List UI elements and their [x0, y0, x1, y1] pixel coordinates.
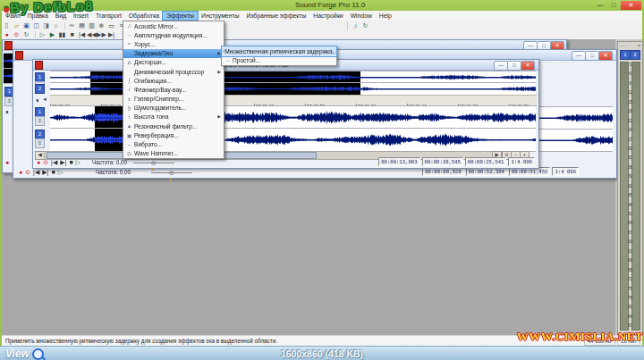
panel-close-icon[interactable]: ×	[638, 43, 640, 48]
close-button[interactable]: ✕	[621, 1, 641, 10]
effect-pitch[interactable]: ↕ Высота тона ▶	[123, 113, 224, 121]
data-window-front[interactable]: Maro with the Haken Hall — □ ✕ 1 ≡ 2 ∎ ◄…	[32, 59, 539, 169]
arm-record[interactable]: ⊙	[12, 30, 21, 39]
effect-acoustic-mirror[interactable]: ♫ Acoustic Mirror...	[123, 21, 224, 30]
window-minimize-button[interactable]: —	[572, 51, 586, 61]
sep-2[interactable]	[31, 31, 36, 38]
forward[interactable]: ▶▶	[97, 30, 106, 39]
effect-multi-tap-delay[interactable]: ▫ Множественная ритмическая задержка...	[222, 46, 336, 56]
menu-window[interactable]: Window	[347, 12, 376, 20]
effect-simple-delay[interactable]: ▫ Простой...	[222, 56, 336, 66]
window-maximize-button[interactable]: □	[585, 51, 599, 61]
menu-options[interactable]: Настройки	[309, 12, 346, 20]
meter-channel-right[interactable]: 2	[630, 50, 640, 60]
speaker-icon[interactable]: ◄	[42, 96, 47, 102]
stop[interactable]: ■	[52, 168, 55, 176]
record[interactable]: ●	[19, 168, 22, 176]
meter-scale-label: 54	[627, 222, 633, 226]
rate-slider[interactable]: ⊙ ▲	[133, 163, 174, 163]
meter-scale-label: 15	[627, 101, 633, 105]
effect-chorus[interactable]: ≈ Хорус...	[123, 39, 224, 48]
effect-amplitude-modulation[interactable]: ↔ Амплитудная модуляция...	[123, 30, 224, 39]
record[interactable]: ●	[2, 30, 12, 39]
meter-scale-label: 66	[627, 259, 633, 264]
menu-effects[interactable]: Эффекты	[163, 12, 198, 20]
open[interactable]: ▱	[12, 21, 21, 30]
cut[interactable]: ✂	[67, 21, 77, 30]
effect-envelope[interactable]: ∫ Огибающая...	[123, 76, 224, 85]
go-to-start[interactable]: |◀	[33, 168, 39, 176]
menu-transport[interactable]: Transport	[92, 12, 125, 20]
effect-flange-wah[interactable]: √ Фланжер/Вау-вау...	[123, 85, 224, 94]
effect-gapper-snipper[interactable]: ± Гэппер/Сниппер...	[123, 95, 224, 104]
go-to-end[interactable]: ▶|	[60, 158, 66, 166]
repeat[interactable]: ↻	[360, 21, 370, 30]
slider-knob[interactable]: ⊙	[169, 170, 174, 176]
effect-distortion[interactable]: ∆ Дисторшн...	[123, 58, 224, 67]
go-to-end[interactable]: ▶|	[106, 30, 116, 39]
stop[interactable]: ■	[70, 158, 73, 166]
window-maximize-button[interactable]: □	[507, 61, 521, 71]
save[interactable]: ▣	[21, 21, 31, 30]
minimize-button[interactable]: —	[594, 1, 606, 10]
channel-chip-right[interactable]: 2	[35, 84, 45, 94]
lock-icon[interactable]: ∎	[36, 96, 39, 103]
slider-knob[interactable]: ⊙	[151, 160, 157, 166]
rate-slider[interactable]: ⊙ ▲	[151, 172, 192, 173]
effect-delay-echo[interactable]: Задержка/Эхо ▶	[123, 49, 224, 58]
effect-reverb[interactable]: ▣ Реверберация...	[123, 130, 224, 139]
effect-wave-hammer[interactable]: Ω Wave Hammer...	[123, 149, 224, 158]
pause[interactable]: ▮▮	[57, 30, 67, 39]
slider-marker: ▲	[168, 176, 173, 181]
record[interactable]: ●	[37, 158, 40, 166]
grip-icon[interactable]: ⋯⋯	[620, 43, 629, 48]
menu-item-icon: ▫	[223, 58, 233, 63]
maximize-button[interactable]: □	[607, 1, 620, 10]
menu-help[interactable]: Help	[376, 12, 395, 20]
play-special[interactable]: ▷	[76, 158, 80, 166]
menu-favorite-effects[interactable]: Избранные эффекты	[242, 12, 309, 20]
stop[interactable]: ■	[67, 30, 77, 39]
play-meters-panel[interactable]: ⋯⋯× 1 2 36912151821242730333639424548515…	[617, 41, 643, 335]
effect-dynamics[interactable]: Динамический процессор ▶	[123, 67, 224, 76]
go-to-end[interactable]: ▶|	[42, 168, 48, 176]
play[interactable]: ▶	[47, 30, 57, 39]
channel-options-chip[interactable]: ≡	[35, 116, 45, 126]
meter-scale: 3691215182124273033363942454851545760636…	[627, 63, 633, 329]
selection-start-box: 00:00:13,003	[378, 157, 419, 166]
sep-1[interactable]	[61, 22, 65, 29]
window-close-button[interactable]: ✕	[598, 51, 613, 61]
arm-record[interactable]: ⊙	[43, 158, 48, 166]
effect-vibrato[interactable]: ~ Вибрато...	[123, 139, 224, 148]
effect-noise-gate[interactable]: § Шумоподавитель...	[123, 104, 224, 113]
menu-item-icon: ▣	[124, 132, 134, 138]
new-file[interactable]: ▯	[2, 21, 12, 30]
go-to-start[interactable]: |◀	[77, 30, 87, 39]
mix[interactable]: ⊕	[97, 21, 106, 30]
arm-record[interactable]: ⊙	[25, 168, 30, 176]
zoom-ratio-box: 1:4 096	[508, 157, 535, 166]
app-titlebar[interactable]: Sound Forge Pro 11.0 — □ ✕	[0, 0, 644, 11]
watermark: WWW.CIMISLIA.NET	[517, 330, 643, 344]
window-minimize-button[interactable]: —	[494, 61, 508, 71]
go-to-start[interactable]: |◀	[51, 158, 57, 166]
channel-options-chip[interactable]: ≡	[35, 138, 45, 148]
meter-scale-label: 27	[627, 138, 633, 143]
menu-process[interactable]: Обработка	[125, 12, 163, 20]
copy[interactable]: ▤	[77, 21, 87, 30]
record-icon[interactable]: ●	[5, 158, 9, 166]
rewind[interactable]: ◀◀	[87, 30, 97, 39]
window-close-button[interactable]: ✕	[521, 61, 535, 71]
save-all[interactable]: ◫	[31, 21, 41, 30]
paste[interactable]: ▥	[87, 21, 97, 30]
menu-tools[interactable]: Инструменты	[198, 12, 242, 20]
loop-playback[interactable]: ↻	[21, 30, 31, 39]
play-all[interactable]: ▷	[38, 30, 47, 39]
trim[interactable]: ▭	[106, 21, 116, 30]
effect-resonant-filter[interactable]: ▲ Резонансный фильтр...	[123, 121, 224, 130]
preferences[interactable]: ☼	[51, 21, 61, 30]
toolbar-right-group: ♪↻	[347, 21, 370, 30]
plugin-chainer[interactable]: ♪	[351, 21, 360, 30]
render-as[interactable]: ◨	[41, 21, 51, 30]
play-special[interactable]: ▷	[58, 168, 63, 176]
